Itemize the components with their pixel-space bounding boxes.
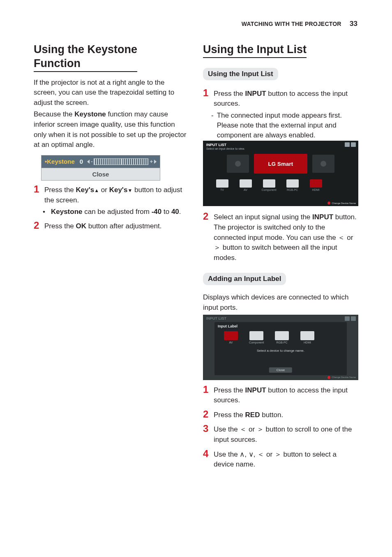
source-rgbpc[interactable]: RGB-PC [271,331,293,344]
step-body: Select an input signal using the INPUT b… [214,211,358,263]
rgbpc-icon [275,331,289,340]
step-number: 1 [34,184,41,194]
triangle-up-icon [94,186,99,194]
fig-subtitle: Select an input device to view. [206,147,245,150]
panel-sources-row: AV Component RGB-PC HDMI [214,330,347,345]
lt-icon: ＜ [257,450,264,458]
slider-plus-icon: + [150,158,153,165]
input-list-figure: INPUT LIST Select an input device to vie… [203,141,358,206]
source-av[interactable]: AV [235,179,256,191]
keystone-figure: •Keystone 0 - + Close [41,155,160,181]
source-component[interactable]: Component [246,331,267,344]
left-column: Using the Keystone Function If the proje… [34,43,189,470]
bottom-step-4: 4 Use the ∧, ∨, ＜ or ＞ button to select … [203,448,358,470]
tv-icon [216,179,228,188]
panel-select-text: Select a device to change name. [214,349,347,353]
down-icon: ∨ [249,450,254,458]
step-number: 4 [203,448,210,459]
gt-icon: ＞ [214,244,221,251]
up-icon: ∧ [240,450,244,458]
source-hdmi[interactable]: HDMI [306,179,326,191]
panel-title: Input Label [214,322,347,330]
dot-icon [235,161,241,167]
rgbpc-icon [286,179,299,188]
preview-chip[interactable] [312,155,334,173]
keystone-slider[interactable]: - + [87,158,157,165]
back-icon[interactable] [345,142,350,147]
slider-right-arrow-icon[interactable] [154,160,157,164]
slider-minus-icon: - [91,158,92,165]
red-dot-icon [327,202,330,204]
title-line: Function [34,57,81,70]
lt-icon: ＜ [338,234,345,241]
source-tv[interactable]: TV [212,179,232,191]
fig-title: INPUT LIST [206,316,226,320]
keystone-intro2: Because the Keystone function may cause … [34,109,189,150]
change-device-name-hint: Change Device Name [327,202,356,204]
change-device-name-hint: Change Device Name [327,376,356,379]
section-header: WATCHING WITH THE PROJECTOR [242,21,341,27]
slider-track[interactable] [94,158,148,165]
step-body: Press the RED button. [214,409,358,420]
lt-icon: ＜ [240,425,247,433]
fig-preview-row: LG Smart [215,153,346,174]
bottom-step-2: 2 Press the RED button. [203,409,358,420]
step-body: Press the OK button after adjustment. [44,220,189,232]
source-av[interactable]: AV [220,331,242,344]
source-empty [329,179,349,191]
slider-left-arrow-icon[interactable] [87,160,90,164]
gt-icon: ＞ [274,450,281,458]
fig-window-icons [345,142,356,147]
panel-close-button[interactable]: Close [269,367,292,373]
right-step-1: 1 Press the INPUT button to access the i… [203,88,358,109]
preview-chip[interactable] [227,155,249,173]
red-dot-icon [327,376,330,379]
left-step-1: 1 Press the Key's or Key's button to adj… [34,184,189,205]
step-number: 2 [203,211,210,221]
dash-icon: - [211,111,214,140]
keystone-intro: If the projector is not at a right angle… [34,78,189,108]
close-icon[interactable] [351,142,356,147]
right-step-2: 2 Select an input signal using the INPUT… [203,211,358,263]
left-step-2: 2 Press the OK button after adjustment. [34,220,189,232]
subhead-adding-input-label: Adding an Input Label [203,273,286,285]
close-icon[interactable] [351,316,356,321]
title-line: Using the Keystone [34,43,137,56]
adding-label-desc: Displays which devices are connected to … [203,292,358,313]
keystone-value: 0 [80,158,83,165]
step-number: 1 [203,384,210,395]
back-icon[interactable] [345,316,350,321]
source-component[interactable]: Component [259,179,279,191]
bullet-icon [43,207,48,217]
bottom-step-1: 1 Press the INPUT button to access the i… [203,384,358,406]
step-number: 3 [203,423,210,434]
fig-title: INPUT LIST [206,143,226,147]
step-body: Use the ＜ or ＞ button to scroll to one o… [214,423,358,445]
source-hdmi[interactable]: HDMI [297,331,318,344]
right-step-1-note: - The connected input mode appears first… [211,111,358,140]
left-step-1-note: Keystone can be adjusted from -40 to 40. [43,207,189,217]
step-body: Press the Key's or Key's button to adjus… [44,184,189,205]
step-body: Use the ∧, ∨, ＜ or ＞ button to select a … [214,448,358,470]
step-body: Press the INPUT button to access the inp… [214,88,358,109]
step-body: Press the INPUT button to access the inp… [214,384,358,406]
step-number: 2 [34,220,41,230]
source-rgbpc[interactable]: RGB-PC [282,179,302,191]
component-icon [249,331,263,340]
page-number: 33 [350,20,357,28]
bottom-step-3: 3 Use the ＜ or ＞ button to scroll to one… [203,423,358,445]
step-number: 2 [203,409,210,419]
lg-smart-tile[interactable]: LG Smart [254,154,307,174]
keystone-close-button[interactable]: Close [42,168,160,180]
fig-sources-row: TV AV Component RGB-PC HDMI [212,179,349,191]
av-icon [224,331,238,340]
hdmi-icon [300,331,314,340]
input-label-figure: INPUT LIST Input Label AV Component RGB-… [203,315,358,380]
step-number: 1 [203,88,210,98]
subhead-using-input-list: Using the Input List [203,68,278,80]
keystone-label: •Keystone [45,158,75,165]
fig-window-icons [345,316,356,321]
keystone-slider-row: •Keystone 0 - + [42,155,160,168]
right-column: Using the Input List Using the Input Lis… [203,43,358,470]
inputlist-title: Using the Input List [203,43,307,58]
